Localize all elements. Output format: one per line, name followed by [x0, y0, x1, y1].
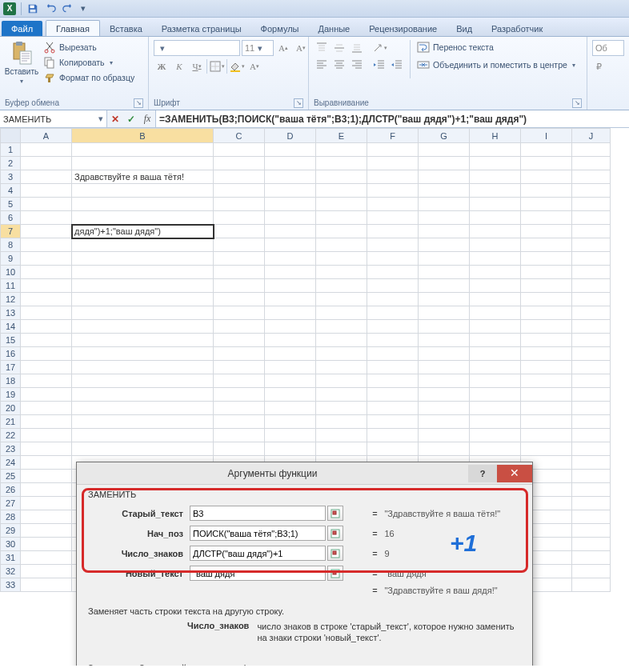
cell[interactable] — [521, 225, 572, 238]
cell[interactable] — [265, 266, 316, 279]
row-header[interactable]: 22 — [1, 429, 21, 442]
cell[interactable] — [521, 334, 572, 347]
cell[interactable] — [21, 266, 72, 279]
cell[interactable] — [21, 306, 72, 320]
row-header[interactable]: 25 — [1, 470, 21, 483]
cell[interactable] — [521, 388, 572, 402]
clipboard-launcher-icon[interactable]: ↘ — [134, 98, 143, 108]
cell[interactable] — [21, 497, 72, 510]
cell[interactable] — [21, 524, 72, 538]
tab-page-layout[interactable]: Разметка страницы — [152, 21, 251, 36]
number-format-combo[interactable]: Об — [592, 40, 624, 56]
cell[interactable] — [21, 510, 72, 524]
format-painter-button[interactable]: Формат по образцу — [42, 70, 136, 85]
cell[interactable] — [572, 238, 611, 252]
name-box[interactable]: ЗАМЕНИТЬ ▾ — [0, 110, 107, 127]
range-picker-icon[interactable] — [327, 526, 343, 541]
cell[interactable] — [21, 211, 72, 225]
row-header[interactable]: 9 — [1, 252, 21, 266]
tab-formulas[interactable]: Формулы — [251, 21, 309, 36]
cell[interactable] — [521, 415, 572, 429]
cell[interactable] — [572, 184, 611, 198]
cell[interactable] — [419, 293, 470, 306]
column-header[interactable]: D — [265, 129, 316, 143]
cell[interactable] — [419, 374, 470, 388]
cell[interactable] — [316, 170, 367, 184]
cell[interactable] — [419, 361, 470, 374]
range-picker-icon[interactable] — [327, 506, 343, 521]
cell[interactable] — [521, 306, 572, 320]
cell[interactable] — [367, 198, 419, 211]
row-header[interactable]: 17 — [1, 361, 21, 374]
cell[interactable] — [316, 293, 367, 306]
cell[interactable] — [419, 442, 470, 456]
cell[interactable] — [265, 252, 316, 266]
increase-indent-icon[interactable] — [389, 57, 405, 73]
formula-input[interactable]: =ЗАМЕНИТЬ(B3;ПОИСК("ваша тётя";B3;1);ДЛС… — [156, 110, 629, 127]
row-header[interactable]: 3 — [1, 170, 21, 184]
cell[interactable] — [21, 456, 72, 470]
cell[interactable] — [419, 143, 470, 157]
row-header[interactable]: 2 — [1, 157, 21, 170]
cell[interactable] — [572, 497, 611, 510]
cell[interactable] — [470, 266, 521, 279]
cell[interactable] — [367, 374, 419, 388]
cell[interactable] — [265, 225, 316, 238]
cell[interactable] — [316, 198, 367, 211]
cell[interactable] — [214, 306, 265, 320]
cell[interactable] — [72, 306, 214, 320]
cell[interactable] — [367, 388, 419, 402]
cell[interactable] — [316, 334, 367, 347]
cell[interactable] — [316, 388, 367, 402]
cell[interactable] — [419, 320, 470, 334]
column-header[interactable]: I — [521, 129, 572, 143]
cell[interactable] — [214, 170, 265, 184]
italic-button[interactable]: К — [171, 58, 187, 74]
cell[interactable] — [521, 320, 572, 334]
cell[interactable] — [470, 402, 521, 415]
cell[interactable] — [214, 320, 265, 334]
cell[interactable] — [316, 279, 367, 293]
cell[interactable] — [367, 157, 419, 170]
column-header[interactable]: F — [367, 129, 419, 143]
cell[interactable] — [572, 347, 611, 361]
fill-color-button[interactable]: ▾ — [229, 58, 245, 74]
cell[interactable] — [572, 170, 611, 184]
cell[interactable] — [214, 143, 265, 157]
cell[interactable] — [265, 334, 316, 347]
cell[interactable] — [419, 279, 470, 293]
cell[interactable] — [265, 374, 316, 388]
cell[interactable] — [470, 157, 521, 170]
cell[interactable] — [572, 252, 611, 266]
cell[interactable] — [214, 252, 265, 266]
cell[interactable] — [21, 551, 72, 565]
formula-cancel-icon[interactable]: ✕ — [107, 114, 123, 125]
cell[interactable] — [419, 266, 470, 279]
row-header[interactable]: 23 — [1, 442, 21, 456]
cell[interactable] — [316, 143, 367, 157]
row-header[interactable]: 15 — [1, 334, 21, 347]
cell[interactable] — [214, 429, 265, 442]
alignment-launcher-icon[interactable]: ↘ — [572, 98, 582, 108]
cell[interactable] — [72, 211, 214, 225]
cell[interactable] — [521, 157, 572, 170]
cell[interactable] — [21, 320, 72, 334]
cell[interactable] — [419, 334, 470, 347]
column-header[interactable]: G — [419, 129, 470, 143]
cell[interactable] — [521, 198, 572, 211]
cell[interactable] — [572, 510, 611, 524]
cell[interactable] — [521, 279, 572, 293]
cell[interactable] — [21, 429, 72, 442]
dialog-close-icon[interactable]: ✕ — [497, 465, 532, 482]
range-picker-icon[interactable] — [327, 546, 343, 561]
cell[interactable] — [214, 279, 265, 293]
cell[interactable] — [572, 456, 611, 470]
cell[interactable] — [265, 442, 316, 456]
cell[interactable] — [367, 361, 419, 374]
cell[interactable] — [470, 143, 521, 157]
cell[interactable] — [470, 442, 521, 456]
cell[interactable] — [21, 157, 72, 170]
cell[interactable] — [367, 170, 419, 184]
cell[interactable] — [572, 565, 611, 578]
column-header[interactable]: A — [21, 129, 72, 143]
